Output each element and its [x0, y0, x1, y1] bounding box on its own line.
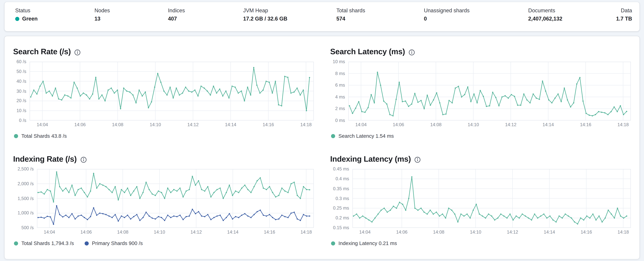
y-tick-label: 0 ms: [335, 118, 345, 123]
y-tick-label: 0.25 ms: [333, 206, 349, 210]
x-tick-label: 14:04: [44, 229, 55, 234]
chart-area: 0 /s10 /s20 /s30 /s40 /s50 /s60 /s: [13, 62, 314, 120]
charts-grid: Search Rate (/s) 0 /s10 /s20 /s30 /s40 /…: [13, 47, 631, 247]
x-tick-label: 14:10: [468, 122, 479, 127]
x-tick-label: 14:12: [505, 122, 516, 127]
x-tick-label: 14:16: [580, 122, 591, 127]
x-tick-label: 14:06: [393, 122, 404, 127]
chart-legend: Search Latency 1.54 ms: [331, 133, 631, 139]
stat-label: JVM Heap: [243, 7, 336, 14]
y-tick-label: 6 ms: [335, 83, 345, 88]
x-axis: 14:0414:0614:0814:1014:1214:1414:1614:18: [30, 120, 314, 128]
y-tick-label: 1,500 /s: [18, 196, 34, 201]
page: Status Green Nodes 13 Indices 407 JVM He…: [0, 2, 644, 261]
x-tick-label: 14:08: [433, 229, 444, 234]
legend-item[interactable]: Indexing Latency 0.21 ms: [331, 240, 397, 247]
x-tick-label: 14:12: [507, 229, 518, 234]
x-tick-label: 14:12: [190, 229, 202, 234]
legend-dot: [14, 134, 18, 138]
stat-value: 2,407,062,132: [528, 16, 616, 22]
x-axis: 14:0414:0614:0814:1014:1214:1414:1614:18: [348, 120, 631, 128]
y-tick-label: 0.4 ms: [336, 177, 349, 181]
chart-indexing-latency: Indexing Latency (ms) 0.15 ms0.2 ms0.25 …: [330, 154, 631, 247]
y-tick-label: 20 /s: [16, 99, 26, 103]
chart-area: 0.15 ms0.2 ms0.25 ms0.3 ms0.35 ms0.4 ms0…: [330, 169, 631, 228]
chart-canvas: [352, 169, 631, 228]
chart-legend: Indexing Latency 0.21 ms: [331, 240, 631, 247]
chart-plot[interactable]: [37, 169, 314, 228]
stat-label: Total shards: [336, 7, 424, 14]
legend-item[interactable]: Total Shards 1,794.3 /s: [14, 240, 74, 247]
stat-nodes: Nodes 13: [94, 7, 168, 22]
chart-title: Indexing Rate (/s): [13, 154, 77, 164]
chart-indexing-rate: Indexing Rate (/s) 500 /s1,000 /s1,500 /…: [13, 154, 314, 247]
cluster-stats-bar: Status Green Nodes 13 Indices 407 JVM He…: [4, 2, 640, 31]
info-icon[interactable]: [409, 49, 415, 55]
stat-label: Status: [15, 7, 94, 14]
info-icon[interactable]: [74, 49, 81, 55]
info-icon[interactable]: [80, 156, 86, 163]
x-tick-label: 14:04: [359, 229, 370, 234]
x-axis: 14:0414:0614:0814:1014:1214:1414:1614:18: [352, 228, 631, 235]
x-tick-label: 14:10: [150, 122, 161, 127]
stat-label: Indices: [168, 7, 243, 14]
stat-label: Data: [616, 7, 632, 14]
legend-dot: [331, 134, 335, 138]
chart-plot[interactable]: [348, 62, 631, 120]
x-tick-label: 14:10: [470, 229, 481, 234]
legend-label: Search Latency 1.54 ms: [338, 133, 394, 139]
legend-dot: [331, 241, 335, 245]
y-tick-label: 60 /s: [16, 59, 26, 64]
chart-title-row: Indexing Latency (ms): [330, 154, 631, 164]
chart-title: Search Latency (ms): [330, 47, 405, 57]
legend-item[interactable]: Total Shards 43.8 /s: [14, 133, 67, 139]
y-tick-label: 30 /s: [16, 89, 26, 93]
stat-jvm-heap: JVM Heap 17.2 GB / 32.6 GB: [243, 7, 336, 22]
legend-item[interactable]: Search Latency 1.54 ms: [331, 133, 394, 139]
chart-plot[interactable]: [352, 169, 631, 228]
y-axis: 500 /s1,000 /s1,500 /s2,000 /s2,500 /s: [13, 169, 37, 228]
health-status-icon: [15, 17, 19, 21]
x-tick-label: 14:16: [263, 122, 274, 127]
y-tick-label: 8 ms: [335, 71, 345, 76]
info-icon[interactable]: [415, 156, 421, 163]
x-tick-label: 14:18: [300, 229, 312, 234]
legend-item[interactable]: Primary Shards 900 /s: [84, 240, 143, 247]
chart-canvas: [37, 169, 314, 228]
y-tick-label: 500 /s: [21, 225, 34, 230]
x-tick-label: 14:12: [187, 122, 198, 127]
legend-label: Primary Shards 900 /s: [92, 240, 143, 247]
stat-value: 574: [336, 16, 424, 22]
stat-value: 0: [424, 16, 528, 22]
chart-legend: Total Shards 43.8 /s: [14, 133, 314, 139]
stat-value: 13: [94, 16, 168, 22]
y-tick-label: 10 ms: [333, 59, 345, 64]
y-tick-label: 10 /s: [16, 108, 26, 113]
x-tick-label: 14:06: [80, 229, 92, 234]
chart-search-latency: Search Latency (ms) 0 ms2 ms4 ms6 ms8 ms…: [330, 47, 631, 139]
x-tick-label: 14:18: [300, 122, 312, 127]
stat-value: 17.2 GB / 32.6 GB: [243, 16, 336, 22]
stat-label: Unassigned shards: [424, 7, 528, 14]
chart-plot[interactable]: [30, 62, 314, 120]
stat-label: Nodes: [94, 7, 168, 14]
y-tick-label: 2,000 /s: [18, 181, 34, 186]
y-tick-label: 2,500 /s: [18, 167, 34, 171]
x-tick-label: 14:04: [37, 122, 48, 127]
chart-title: Search Rate (/s): [13, 47, 71, 57]
metrics-panel: Search Rate (/s) 0 /s10 /s20 /s30 /s40 /…: [4, 36, 640, 259]
y-tick-label: 4 ms: [335, 95, 345, 99]
stat-indices: Indices 407: [168, 7, 243, 22]
y-axis: 0 ms2 ms4 ms6 ms8 ms10 ms: [330, 62, 348, 120]
x-tick-label: 14:06: [396, 229, 408, 234]
x-tick-label: 14:14: [542, 122, 554, 127]
x-tick-label: 14:18: [618, 229, 629, 234]
stat-value: Green: [15, 16, 94, 22]
y-tick-label: 50 /s: [16, 69, 26, 74]
chart-area: 500 /s1,000 /s1,500 /s2,000 /s2,500 /s: [13, 169, 314, 228]
x-tick-label: 14:08: [112, 122, 123, 127]
x-tick-label: 14:08: [117, 229, 128, 234]
y-axis: 0.15 ms0.2 ms0.25 ms0.3 ms0.35 ms0.4 ms0…: [330, 169, 352, 228]
x-tick-label: 14:14: [544, 229, 555, 234]
chart-area: 0 ms2 ms4 ms6 ms8 ms10 ms: [330, 62, 631, 120]
